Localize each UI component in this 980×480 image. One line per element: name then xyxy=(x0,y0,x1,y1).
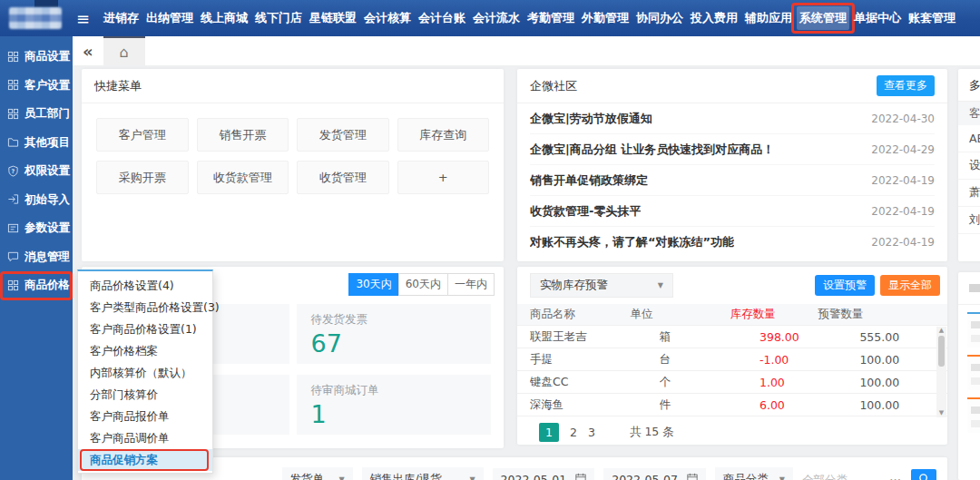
cell-stock-qty: -1.00 xyxy=(760,353,859,367)
news-item[interactable]: 收货款管理-零头抹平 2022-04-19 xyxy=(530,196,935,227)
doc-type-select[interactable]: 发货单 ▼ xyxy=(282,467,353,480)
dropdown-item[interactable]: 商品促销方案 xyxy=(78,449,212,471)
sidebar-item-label: 客户设置 xyxy=(24,78,70,93)
flow-type-value: 销售出库/退货 xyxy=(370,472,442,480)
quick-menu-button[interactable]: 客户管理 xyxy=(96,118,189,152)
news-title: 收货款管理-零头抹平 xyxy=(530,203,641,220)
sidebar-item-icon xyxy=(7,250,20,263)
sidebar-item[interactable]: 初始导入 xyxy=(0,186,73,215)
dropdown-item[interactable]: 分部门核算价 xyxy=(78,384,212,406)
sidebar-item[interactable]: ? 权限设置 xyxy=(0,157,73,186)
dropdown-item[interactable]: 客户商品调价单 xyxy=(78,427,212,449)
category-input[interactable] xyxy=(802,474,880,480)
flow-type-select[interactable]: 销售出库/退货 ▼ xyxy=(362,467,484,480)
nav-item[interactable]: 线下门店 xyxy=(252,6,305,30)
time-filter-button[interactable]: 一年内 xyxy=(447,273,495,296)
nav-item[interactable]: 会计核算 xyxy=(361,6,414,30)
home-tab[interactable]: ⌂ xyxy=(103,36,145,65)
quick-menu-button[interactable]: 收货款管理 xyxy=(197,161,289,194)
app-logo xyxy=(9,7,62,29)
inventory-type-select[interactable]: 实物库存预警 ▼ xyxy=(530,273,673,298)
dropdown-item[interactable]: 客户类型商品价格设置(3) xyxy=(78,297,212,318)
sidebar-item[interactable]: 商品价格 xyxy=(0,271,73,300)
news-item[interactable]: 销售开单促销政策绑定 2022-04-19 xyxy=(530,165,935,196)
quick-menu-button[interactable]: 发货管理 xyxy=(297,118,389,152)
nav-item[interactable]: 考勤管理 xyxy=(524,6,577,30)
news-date: 2022-04-19 xyxy=(871,174,935,187)
quick-menu-button[interactable]: 销售开票 xyxy=(197,118,289,152)
sidebar-item[interactable]: 员工部门 xyxy=(0,100,73,129)
menu-toggle-icon[interactable]: ≡ xyxy=(76,9,90,28)
nav-item[interactable]: 会计流水 xyxy=(470,6,523,30)
nav-item[interactable]: 协同办公 xyxy=(633,6,686,30)
table-header-cell: 商品名称 xyxy=(530,307,630,322)
scroll-up-icon[interactable]: ▲ xyxy=(939,327,944,334)
sidebar-item-icon xyxy=(7,193,20,206)
stat-card[interactable]: 待审商城订单 1 xyxy=(297,375,492,435)
category-label: 商品分类 xyxy=(723,472,769,480)
show-all-button[interactable]: 显示全部 xyxy=(880,275,940,296)
nav-item[interactable]: 系统管理 xyxy=(797,6,849,30)
more-options-button[interactable]: ⋯ xyxy=(889,473,902,480)
page-button[interactable]: 2 xyxy=(570,426,577,439)
sidebar-item[interactable]: 客户设置 xyxy=(0,72,73,101)
nav-item[interactable]: 线上商城 xyxy=(198,6,250,30)
news-item[interactable]: 对账不再头疼，请了解“对账冻结”功能 2022-04-19 xyxy=(530,227,935,258)
nav-item[interactable]: 会计台账 xyxy=(416,6,468,30)
cell-unit: 台 xyxy=(660,352,760,367)
quick-menu-button[interactable]: 采购开票 xyxy=(96,161,189,194)
nav-item[interactable]: 辅助应用 xyxy=(742,6,795,30)
nav-item[interactable]: 投入费用 xyxy=(688,6,740,30)
news-item[interactable]: 企微宝|商品分组 让业务员快速找到对应商品！ 2022-04-29 xyxy=(530,134,935,165)
sidebar-item-icon xyxy=(7,136,20,149)
nav-item[interactable]: 单据中心 xyxy=(851,6,904,30)
date-to-picker[interactable]: 2022-05-07 xyxy=(603,468,706,480)
dropdown-item[interactable]: 商品价格设置(4) xyxy=(78,275,212,297)
cell-unit: 箱 xyxy=(660,329,760,345)
category-select[interactable]: 商品分类 ▼ xyxy=(715,467,793,480)
page-button[interactable]: 3 xyxy=(588,426,595,439)
dropdown-item[interactable]: 内部核算价（默认） xyxy=(78,362,212,384)
dropdown-item[interactable]: 客户价格档案 xyxy=(78,340,212,362)
right-panel-row: AE xyxy=(958,125,980,152)
cell-alert-qty: 100.00 xyxy=(859,353,947,367)
search-button[interactable] xyxy=(911,469,936,480)
collapse-tabs-button[interactable]: « xyxy=(73,42,103,61)
quick-menu-button[interactable]: 收货管理 xyxy=(297,161,389,194)
cell-product-name: 手提 xyxy=(530,352,660,367)
right-panel2-title-fragment xyxy=(969,284,980,292)
chevron-down-icon: ▼ xyxy=(779,475,785,480)
dropdown-item[interactable]: 客户商品报价单 xyxy=(78,406,212,427)
nav-item[interactable]: 账套管理 xyxy=(906,6,958,30)
pagination: 123 共 15 条 xyxy=(517,416,947,442)
scroll-thumb[interactable] xyxy=(938,336,945,367)
scrollbar[interactable]: ▲ ▼ xyxy=(936,327,946,417)
nav-item[interactable]: 出纳管理 xyxy=(143,6,196,30)
scroll-down-icon[interactable]: ▼ xyxy=(936,409,946,416)
page-button[interactable]: 1 xyxy=(539,423,559,442)
nav-item[interactable]: 星链联盟 xyxy=(307,6,359,30)
nav-item[interactable]: 进销存 xyxy=(101,6,142,30)
stat-card[interactable]: 待发货发票 67 xyxy=(297,304,492,364)
cell-stock-qty: 1.00 xyxy=(760,376,859,389)
date-from-value: 2022-05-01 xyxy=(501,473,567,480)
nav-item[interactable]: 外勤管理 xyxy=(579,6,632,30)
right-panel-header-fragment: 客 xyxy=(969,106,980,122)
date-from-picker[interactable]: 2022-05-01 xyxy=(493,468,595,480)
cell-product-name: 深海鱼 xyxy=(530,397,660,413)
sidebar-item-label: 权限设置 xyxy=(24,163,70,179)
sidebar-item[interactable]: 其他项目 xyxy=(0,129,73,158)
sidebar-item[interactable]: 商品设置 xyxy=(0,43,73,72)
time-filter-button[interactable]: 30天内 xyxy=(348,273,398,296)
quick-menu-button[interactable]: + xyxy=(397,161,490,194)
quick-menu-button[interactable]: 库存查询 xyxy=(397,118,490,152)
sidebar-item-icon: ? xyxy=(7,165,20,178)
set-alert-button[interactable]: 设置预警 xyxy=(815,275,875,296)
view-more-button[interactable]: 查看更多 xyxy=(877,75,935,96)
right-panel-card xyxy=(967,397,980,433)
time-filter-button[interactable]: 60天内 xyxy=(398,273,448,296)
sidebar-item[interactable]: 参数设置 xyxy=(0,214,73,243)
dropdown-item[interactable]: 客户商品价格设置(1) xyxy=(78,318,212,340)
news-item[interactable]: 企微宝|劳动节放假通知 2022-04-30 xyxy=(530,103,935,134)
sidebar-item[interactable]: 消息管理 xyxy=(0,243,73,272)
